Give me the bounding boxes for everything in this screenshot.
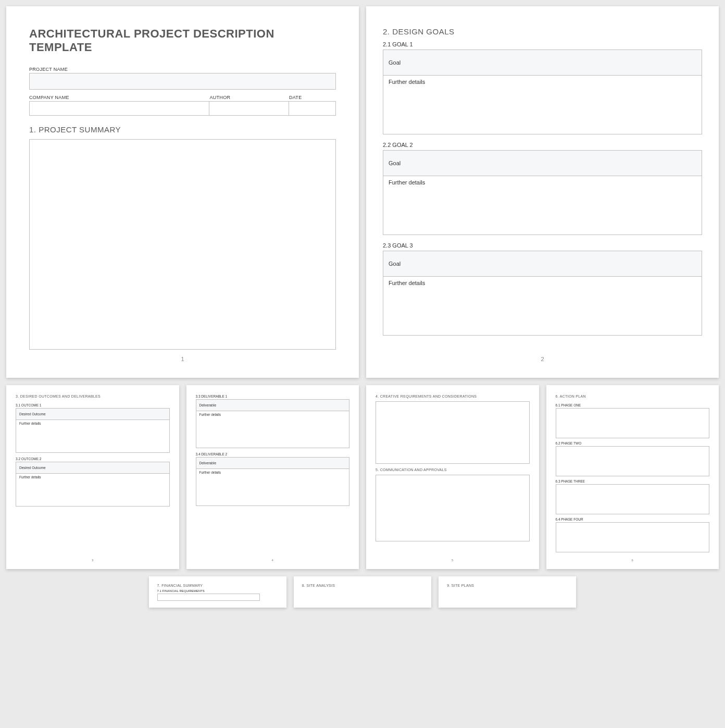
page-6: 6. ACTION PLAN 6.1 PHASE ONE 6.2 PHASE T… [546,385,719,569]
phase-3-field[interactable] [556,484,710,514]
deliverable-2-details[interactable]: Further details [196,469,349,505]
doc-title: ARCHITECTURAL PROJECT DESCRIPTION TEMPLA… [29,27,336,54]
page-5: 4. CREATIVE REQUIREMENTS AND CONSIDERATI… [366,385,539,569]
outcome-2-label[interactable]: Desired Outcome [16,462,169,474]
page-3: 3. DESIRED OUTCOMES AND DELIVERABLES 3.1… [6,385,179,569]
outcome-2-details[interactable]: Further details [16,474,169,506]
section-4-heading: 4. CREATIVE REQUIREMENTS AND CONSIDERATI… [376,394,530,398]
deliverable-2-sub: 3.4 DELIVERABLE 2 [196,452,350,456]
deliverable-1-box: Deliverable Further details [196,399,350,448]
goal-1-sub: 2.1 GOAL 1 [383,41,702,47]
goal-3-sub: 2.3 GOAL 3 [383,242,702,249]
deliverable-2-box: Deliverable Further details [196,457,350,506]
fin-req-sub: 7.1 FINANCIAL REQUIREMENTS [157,589,278,593]
outcome-1-label[interactable]: Desired Outcome [16,409,169,420]
company-name-label: COMPANY NAME [29,95,209,100]
project-name-label: PROJECT NAME [29,67,336,72]
page-4: 3.3 DELIVERABLE 1 Deliverable Further de… [186,385,359,569]
deliverable-2-label[interactable]: Deliverable [196,458,349,469]
phase-1-sub: 6.1 PHASE ONE [556,403,710,407]
goal-3-label[interactable]: Goal [383,251,702,277]
date-label: DATE [289,95,336,100]
outcome-2-box: Desired Outcome Further details [16,462,170,507]
page-number: 6 [556,552,710,562]
phase-1-field[interactable] [556,408,710,438]
page-number: 4 [196,552,350,562]
section-8-heading: 8. SITE ANALYSIS [302,584,423,587]
section-6-heading: 6. ACTION PLAN [556,394,710,398]
goal-1-details[interactable]: Further details [383,76,702,134]
page-1: ARCHITECTURAL PROJECT DESCRIPTION TEMPLA… [6,6,359,378]
creative-req-field[interactable] [376,401,530,464]
project-name-field[interactable] [29,73,336,90]
section-1-heading: 1. PROJECT SUMMARY [29,125,336,134]
goal-1-box: Goal Further details [383,50,702,134]
company-name-field[interactable] [29,101,209,116]
section-7-heading: 7. FINANCIAL SUMMARY [157,584,278,587]
goal-3-details[interactable]: Further details [383,277,702,335]
goal-2-details[interactable]: Further details [383,176,702,235]
deliverable-1-label[interactable]: Deliverable [196,400,349,411]
page-8: 8. SITE ANALYSIS [294,576,431,608]
page-number: 2 [382,350,703,362]
section-9-heading: 9. SITE PLANS [447,584,568,587]
phase-4-sub: 6.4 PHASE FOUR [556,517,710,521]
phase-4-field[interactable] [556,522,710,552]
goal-1-label[interactable]: Goal [383,50,702,76]
page-9: 9. SITE PLANS [439,576,576,608]
phase-2-field[interactable] [556,446,710,476]
outcome-1-sub: 3.1 OUTCOME 1 [16,403,170,407]
outcome-1-details[interactable]: Further details [16,420,169,452]
phase-3-sub: 6.3 PHASE THREE [556,479,710,483]
fin-req-field[interactable] [157,594,260,601]
project-summary-field[interactable] [29,139,336,350]
deliverable-1-sub: 3.3 DELIVERABLE 1 [196,394,350,398]
section-3-heading: 3. DESIRED OUTCOMES AND DELIVERABLES [16,394,170,398]
page-number: 5 [376,552,530,562]
section-5-heading: 5. COMMUNICATION AND APPROVALS [376,468,530,472]
deliverable-1-details[interactable]: Further details [196,411,349,448]
author-field[interactable] [209,101,289,116]
goal-2-label[interactable]: Goal [383,151,702,176]
section-2-heading: 2. DESIGN GOALS [383,27,702,36]
page-number: 3 [16,552,170,562]
page-2: 2. DESIGN GOALS 2.1 GOAL 1 Goal Further … [366,6,719,378]
page-7: 7. FINANCIAL SUMMARY 7.1 FINANCIAL REQUI… [149,576,286,608]
page-number: 1 [29,350,336,362]
outcome-1-box: Desired Outcome Further details [16,408,170,453]
date-field[interactable] [289,101,336,116]
communication-field[interactable] [376,475,530,541]
goal-2-box: Goal Further details [383,150,702,235]
goal-2-sub: 2.2 GOAL 2 [383,142,702,148]
outcome-2-sub: 3.2 OUTCOME 2 [16,457,170,461]
phase-2-sub: 6.2 PHASE TWO [556,441,710,445]
goal-3-box: Goal Further details [383,251,702,336]
author-label: AUTHOR [209,95,289,100]
